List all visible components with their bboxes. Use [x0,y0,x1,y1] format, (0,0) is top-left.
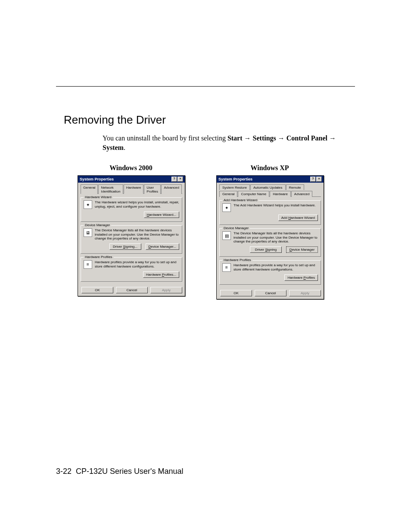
tab-computer-name[interactable]: Computer Name [238,191,269,197]
tab-hardware[interactable]: Hardware [270,191,291,197]
group-hardware-profiles: Hardware Profiles ≡ Hardware profiles pr… [81,257,182,282]
dev-mgr-desc: The Device Manager lists all the hardwar… [234,231,318,244]
add-hardware-wizard-button[interactable]: Add Hardware Wizard [278,215,318,221]
path-start: Start [227,134,243,142]
tab-network-id[interactable]: Network Identification [98,184,123,194]
column-title-winxp: Windows XP [216,164,323,172]
help-button[interactable]: ? [171,177,177,182]
path-system: System [103,144,124,151]
group-title: Device Manager [84,223,111,227]
apply-button[interactable]: Apply [150,287,182,293]
group-title: Device Manager [222,226,250,230]
driver-signing-button[interactable]: Driver Signing... [109,243,141,250]
help-button[interactable]: ? [310,177,316,182]
chip-icon: ▤ [222,231,231,240]
hardware-wizard-button[interactable]: Hardware Wizard... [144,212,179,218]
driver-signing-button[interactable]: Driver Signing [250,246,282,253]
group-hardware-wizard: Hardware Wizard ✦ The Hardware wizard he… [81,197,182,222]
dialog-title: System Properties [80,177,114,181]
profile-icon: ≡ [222,263,231,272]
arrow-icon: → [278,134,285,142]
tab-remote[interactable]: Remote [286,184,304,190]
add-hw-desc: The Add Hardware Wizard helps you instal… [234,203,318,208]
group-title: Add Hardware Wizard [222,198,258,202]
group-add-hardware-wizard: Add Hardware Wizard ✦ The Add Hardware W… [219,200,321,225]
column-winxp: Windows XP System Properties ? × System … [216,164,323,299]
tab-advanced[interactable]: Advanced [291,191,313,197]
tabs: General Network Identification Hardware … [81,184,182,194]
column-win2000: Windows 2000 System Properties ? × Gener… [78,164,184,299]
ok-button[interactable]: OK [220,290,252,296]
hardware-profiles-button[interactable]: Hardware Profiles [284,274,318,281]
section-heading: Removing the Driver [64,113,355,127]
group-title: Hardware Profiles [222,258,252,262]
tab-system-restore[interactable]: System Restore [219,184,250,190]
tab-user-profiles[interactable]: User Profiles [144,184,161,194]
column-title-win2000: Windows 2000 [78,164,184,172]
apply-button[interactable]: Apply [289,290,321,296]
intro-text: You can uninstall the board by first sel… [103,134,227,142]
group-title: Hardware Profiles [84,255,114,259]
tab-hardware[interactable]: Hardware [124,184,144,194]
btn-label: ardware Wizard... [149,213,176,217]
cancel-button[interactable]: Cancel [116,287,148,293]
monitor-icon: 🖥 [84,228,92,237]
arrow-icon: → [329,134,336,142]
titlebar: System Properties ? × [78,176,185,183]
profile-icon: ≡ [84,260,92,269]
dev-mgr-desc: The Device Manager lists all the hardwar… [95,228,179,241]
hw-profiles-desc: Hardware profiles provide a way for you … [95,260,179,268]
manual-title: CP-132U Series User's Manual [76,467,184,476]
ok-button[interactable]: OK [81,287,113,293]
tab-general[interactable]: General [219,191,237,197]
group-hardware-profiles: Hardware Profiles ≡ Hardware profiles pr… [219,260,321,285]
dialog-title: System Properties [218,177,252,181]
header-rule [56,86,355,87]
device-manager-button[interactable]: Device Manager... [146,243,179,250]
page-footer: 3-22 CP-132U Series User's Manual [56,467,184,476]
hardware-profiles-button[interactable]: Hardware Profiles... [143,271,179,278]
arrow-icon: → [244,134,251,142]
tab-auto-updates[interactable]: Automatic Updates [250,184,286,190]
close-button[interactable]: × [177,177,183,182]
group-title: Hardware Wizard [84,195,113,199]
period: . [124,144,125,151]
page-number: 3-22 [56,467,72,476]
path-settings: Settings [253,134,276,142]
wizard-icon: ✦ [222,203,231,212]
cancel-button[interactable]: Cancel [255,290,286,296]
tab-general[interactable]: General [81,184,98,194]
intro-paragraph: You can uninstall the board by first sel… [103,134,355,152]
close-button[interactable]: × [316,177,322,182]
path-controlpanel: Control Panel [286,134,327,142]
titlebar: System Properties ? × [217,176,324,183]
wizard-icon: ✦ [84,200,92,209]
hw-profiles-desc: Hardware profiles provide a way for you … [234,263,318,271]
group-device-manager: Device Manager ▤ The Device Manager list… [219,228,321,257]
dialog-win2000: System Properties ? × General Network Id… [78,175,185,296]
device-manager-button[interactable]: Device Manager [286,246,318,253]
tabs-row2: General Computer Name Hardware Advanced [219,190,321,197]
dialog-winxp: System Properties ? × System Restore Aut… [216,175,324,299]
hw-wizard-desc: The Hardware wizard helps you install, u… [95,200,179,208]
tabs-row1: System Restore Automatic Updates Remote [219,184,321,190]
tab-advanced[interactable]: Advanced [161,184,182,194]
group-device-manager: Device Manager 🖥 The Device Manager list… [81,225,182,254]
